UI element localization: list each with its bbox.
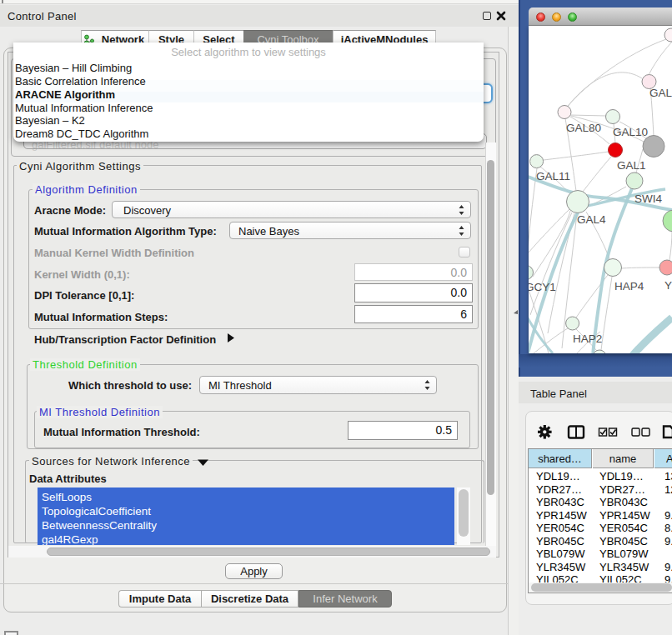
svg-text:GAL7: GAL7 <box>649 87 672 99</box>
svg-text:SWI4: SWI4 <box>634 192 662 205</box>
svg-text:YEL: YEL <box>664 279 672 292</box>
svg-text:HAP4: HAP4 <box>614 280 644 292</box>
svg-text:GCY1: GCY1 <box>529 281 556 293</box>
svg-text:GAL1: GAL1 <box>617 159 646 172</box>
svg-text:GAL10: GAL10 <box>613 126 648 138</box>
svg-text:HAP2: HAP2 <box>573 332 602 345</box>
svg-text:GAL11: GAL11 <box>536 170 570 182</box>
svg-text:GAL4: GAL4 <box>577 213 606 226</box>
svg-text:GAL80: GAL80 <box>566 122 601 134</box>
